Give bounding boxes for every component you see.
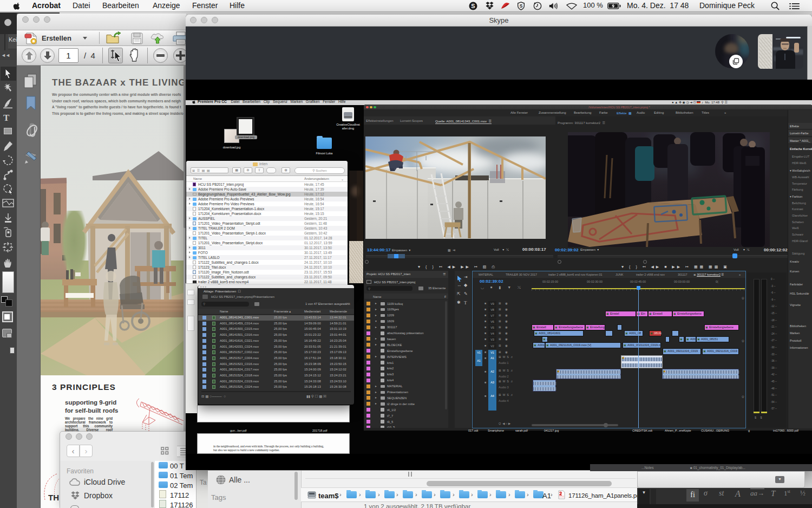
svg-text:S: S [471, 3, 475, 9]
svg-text:S: S [520, 3, 523, 9]
